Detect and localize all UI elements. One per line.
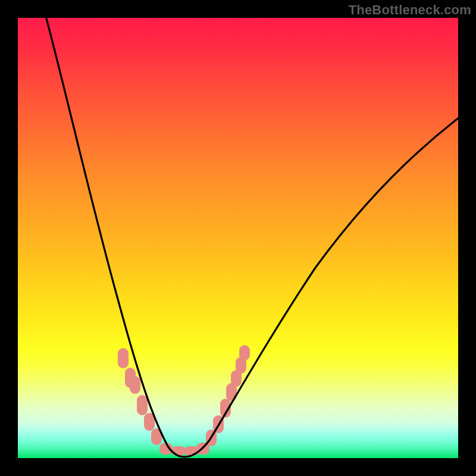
svg-rect-16: [239, 345, 250, 361]
svg-rect-0: [118, 348, 129, 368]
bottleneck-curve: [45, 18, 458, 457]
band-markers: [118, 345, 250, 456]
svg-rect-3: [137, 395, 148, 415]
watermark-text: TheBottleneck.com: [349, 2, 471, 18]
chart-canvas: TheBottleneck.com: [0, 0, 476, 476]
plot-area: [18, 18, 458, 458]
svg-rect-7: [171, 446, 186, 456]
curve-layer: [18, 18, 458, 458]
svg-rect-2: [130, 376, 140, 394]
